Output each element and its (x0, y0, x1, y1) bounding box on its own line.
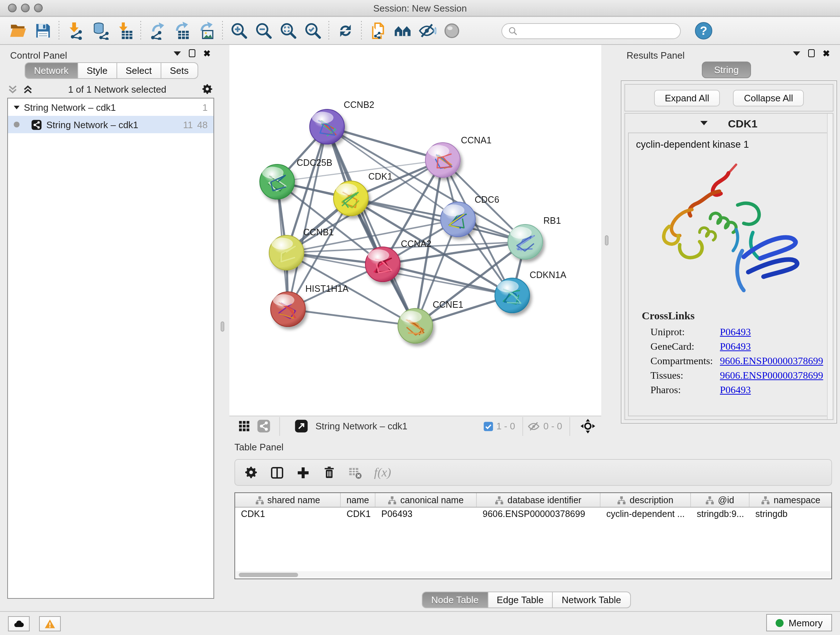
node-HIST1H1A[interactable] (271, 292, 305, 326)
first-neighbors-button[interactable] (390, 20, 415, 42)
help-button[interactable]: ? (691, 20, 715, 42)
table-cell[interactable]: 9606.ENSP00000378699 (477, 508, 600, 522)
import-network-database-button[interactable] (88, 20, 112, 42)
table-cell[interactable]: P06493 (376, 508, 477, 522)
panel-maximize-icon[interactable] (808, 49, 815, 57)
zoom-selected-button[interactable] (300, 20, 325, 42)
column-header--id[interactable]: @id (691, 493, 750, 507)
gear-icon[interactable] (244, 465, 258, 480)
left-splitter-handle[interactable] (221, 321, 224, 332)
node-RB1[interactable] (508, 225, 543, 259)
tab-sets[interactable]: Sets (161, 62, 198, 79)
crosslink-link[interactable]: 9606.ENSP00000378699 (720, 370, 823, 382)
function-builder-button[interactable]: f(x) (374, 465, 391, 480)
selected-checkbox-icon[interactable] (483, 421, 493, 431)
column-header-shared-name[interactable]: shared name (235, 493, 341, 507)
column-header-name[interactable]: name (341, 493, 376, 507)
node-CDC25B[interactable] (260, 165, 294, 199)
cloud-status-button[interactable] (8, 616, 30, 631)
right-splitter-handle[interactable] (605, 235, 608, 245)
scrollbar-thumb[interactable] (239, 572, 298, 577)
tab-network-table[interactable]: Network Table (553, 592, 630, 608)
network-view-canvas[interactable]: CCNB2CCNA1CDC25BCDK1CDC6RB1CCNB1CCNA2CDK… (229, 45, 601, 416)
save-session-button[interactable] (30, 20, 55, 42)
edge-CCNB2-CCNE1[interactable] (327, 127, 415, 326)
apply-layout-button[interactable] (333, 20, 357, 42)
column-header-canonical-name[interactable]: canonical name (376, 493, 477, 507)
memory-button[interactable]: Memory (766, 614, 832, 631)
details-expander-icon[interactable] (700, 121, 707, 125)
table-cell[interactable]: CDK1 (235, 508, 341, 522)
tab-node-table[interactable]: Node Table (422, 592, 488, 608)
edge-CCNB2-HIST1H1A[interactable] (288, 127, 327, 309)
node-details-header[interactable]: CDK1 (625, 114, 833, 133)
table-cell[interactable]: CDK1 (341, 508, 376, 522)
table-cell[interactable]: stringdb (750, 508, 832, 522)
delete-column-icon[interactable] (322, 465, 336, 480)
zoom-in-button[interactable] (226, 20, 251, 42)
edge-HIST1H1A-CCNE1[interactable] (288, 309, 415, 326)
crosslink-link[interactable]: 9606.ENSP00000378699 (720, 356, 823, 367)
panel-float-icon[interactable] (793, 51, 800, 55)
zoom-fit-button[interactable] (276, 20, 300, 42)
node-CCNE1[interactable] (398, 309, 433, 343)
node-CCNB2[interactable] (309, 109, 344, 144)
node-CDC6[interactable] (441, 202, 475, 237)
panel-float-icon[interactable] (174, 51, 181, 55)
collection-expander-icon[interactable] (14, 105, 19, 109)
export-network-button[interactable] (145, 20, 169, 42)
export-table-icon (172, 22, 191, 40)
export-table-button[interactable] (169, 20, 194, 42)
delete-table-icon (348, 465, 363, 480)
column-header-description[interactable]: description (600, 493, 691, 507)
table-cell[interactable]: stringdb:9... (691, 508, 750, 522)
table-horizontal-scrollbar[interactable] (236, 571, 831, 578)
clone-network-button[interactable] (365, 20, 390, 42)
import-table-file-button[interactable] (112, 20, 137, 42)
birds-eye-view-icon[interactable] (580, 418, 595, 434)
zoom-out-button[interactable] (251, 20, 276, 42)
grid-view-icon[interactable] (238, 420, 250, 432)
table-row[interactable]: CDK1CDK1P064939606.ENSP00000378699cyclin… (235, 508, 831, 522)
add-column-icon[interactable] (296, 465, 310, 480)
network-share-gray-icon[interactable] (257, 419, 271, 433)
node-CDK1[interactable] (333, 181, 368, 216)
table-cell[interactable]: cyclin-dependent ... (600, 508, 691, 522)
tab-edge-table[interactable]: Edge Table (488, 592, 553, 608)
show-all-button[interactable] (439, 20, 464, 42)
expand-all-chevrons-icon[interactable] (7, 84, 18, 95)
warnings-button[interactable] (39, 616, 61, 631)
panel-close-icon[interactable]: ✖ (823, 50, 830, 57)
search-input[interactable] (501, 23, 681, 39)
panel-close-icon[interactable]: ✖ (203, 50, 210, 57)
hide-selected-button[interactable] (415, 20, 439, 42)
annotation-mode-icon[interactable] (294, 419, 308, 433)
tab-network[interactable]: Network (25, 62, 78, 79)
crosslink-link[interactable]: P06493 (720, 341, 751, 353)
network-collection-row[interactable]: String Network – cdk1 1 (8, 98, 213, 116)
tab-select[interactable]: Select (117, 62, 161, 79)
edge-CCNB2-CCNA1[interactable] (327, 127, 443, 160)
column-header-database-identifier[interactable]: database identifier (477, 493, 600, 507)
collapse-all-button[interactable]: Collapse All (733, 89, 804, 106)
node-CDKN1A[interactable] (495, 278, 530, 313)
expand-all-button[interactable]: Expand All (654, 89, 720, 106)
crosslink-link[interactable]: P06493 (720, 326, 751, 338)
network-row[interactable]: String Network – cdk1 11 48 (8, 116, 213, 133)
tab-string[interactable]: String (702, 62, 751, 78)
open-session-button[interactable] (6, 20, 30, 42)
gear-icon[interactable] (201, 83, 213, 95)
select-columns-icon[interactable] (270, 465, 284, 480)
node-CCNA1[interactable] (425, 143, 460, 177)
export-image-button[interactable] (194, 20, 218, 42)
gene-description: cyclin-dependent kinase 1 (636, 139, 829, 150)
results-scrollbar[interactable] (827, 114, 832, 419)
crosslink-link[interactable]: P06493 (720, 385, 751, 396)
node-CCNB1[interactable] (269, 235, 304, 270)
node-CCNA2[interactable] (365, 247, 400, 282)
tab-style[interactable]: Style (78, 62, 117, 79)
collapse-all-chevrons-icon[interactable] (22, 84, 33, 95)
column-header-namespace[interactable]: namespace (750, 493, 832, 507)
panel-maximize-icon[interactable] (189, 49, 195, 57)
import-network-file-button[interactable] (63, 20, 88, 42)
